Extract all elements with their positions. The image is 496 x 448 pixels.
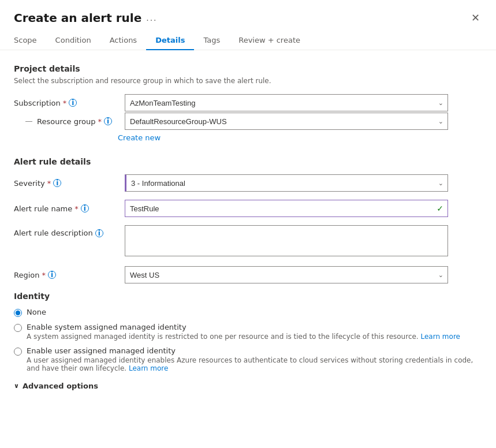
identity-user-row: Enable user assigned managed identity A … — [14, 346, 482, 372]
main-content: Project details Select the subscription … — [0, 50, 496, 400]
alert-rule-desc-textarea-wrap — [125, 225, 448, 258]
severity-label-group: Severity * i — [14, 179, 118, 188]
subscription-label-group: Subscription * i — [14, 99, 118, 107]
identity-user-label-wrap: Enable user assigned managed identity A … — [27, 346, 482, 372]
alert-rule-name-input[interactable] — [125, 200, 448, 217]
resource-group-dropdown-wrapper: DefaultResourceGroup-WUS ⌄ — [125, 113, 448, 130]
resource-group-row: Resource group * i DefaultResourceGroup-… — [14, 113, 482, 130]
resource-group-label: Resource group — [37, 117, 96, 126]
identity-system-row: Enable system assigned managed identity … — [14, 323, 482, 341]
identity-none-radio[interactable] — [14, 309, 22, 317]
identity-system-desc: A system assigned managed identity is re… — [27, 333, 460, 341]
subscription-select-wrap: AzMonTeamTesting ⌄ — [125, 94, 448, 111]
region-select-wrap: East US West US North Europe West Europe… — [125, 266, 448, 283]
identity-user-learn-more[interactable]: Learn more — [129, 364, 168, 372]
tab-review-create[interactable]: Review + create — [229, 31, 309, 50]
alert-rule-name-label-group: Alert rule name * i — [14, 204, 118, 213]
identity-system-learn-more[interactable]: Learn more — [421, 333, 460, 341]
resource-group-select-wrap: DefaultResourceGroup-WUS ⌄ — [125, 113, 448, 130]
identity-system-radio[interactable] — [14, 324, 22, 332]
subscription-dropdown-wrapper: AzMonTeamTesting ⌄ — [125, 94, 448, 111]
severity-required: * — [47, 179, 51, 188]
identity-system-label: Enable system assigned managed identity — [27, 323, 460, 331]
resource-group-required: * — [98, 117, 102, 126]
identity-user-radio[interactable] — [14, 348, 22, 356]
alert-rule-desc-label-group: Alert rule description i — [14, 229, 118, 237]
severity-info-icon[interactable]: i — [53, 179, 61, 187]
resource-group-select[interactable]: DefaultResourceGroup-WUS — [125, 113, 448, 130]
region-select[interactable]: East US West US North Europe West Europe — [125, 266, 448, 283]
alert-rule-details-section: Alert rule details — [14, 157, 482, 166]
alert-rule-desc-label: Alert rule description — [14, 229, 93, 237]
identity-none-label-wrap: None — [27, 308, 46, 316]
severity-dropdown-wrapper: 0 - Critical 1 - Error 2 - Warning 3 - I… — [125, 174, 448, 192]
modal-title-ellipsis: ... — [146, 13, 157, 23]
severity-select[interactable]: 0 - Critical 1 - Error 2 - Warning 3 - I… — [125, 174, 448, 192]
alert-rule-desc-textarea[interactable] — [125, 225, 448, 256]
alert-rule-desc-info-icon[interactable]: i — [95, 229, 103, 237]
tab-condition[interactable]: Condition — [46, 31, 100, 50]
alert-rule-name-input-with-check: ✓ — [125, 200, 448, 217]
region-info-icon[interactable]: i — [48, 271, 56, 279]
project-details-desc: Select the subscription and resource gro… — [14, 77, 482, 85]
identity-none-row: None — [14, 308, 482, 317]
alert-rule-name-info-icon[interactable]: i — [81, 204, 89, 212]
project-details-section: Project details Select the subscription … — [14, 64, 482, 147]
tab-tags[interactable]: Tags — [194, 31, 229, 50]
severity-row: Severity * i 0 - Critical 1 - Error 2 - … — [14, 174, 482, 192]
tab-details[interactable]: Details — [146, 31, 194, 50]
close-button[interactable]: ✕ — [469, 9, 482, 27]
region-row: Region * i East US West US North Europe … — [14, 266, 482, 283]
severity-label: Severity — [14, 179, 45, 188]
alert-rule-details-title: Alert rule details — [14, 157, 482, 166]
alert-rule-name-label: Alert rule name — [14, 204, 72, 213]
modal-title-group: Create an alert rule ... — [14, 11, 158, 25]
resource-group-info-icon[interactable]: i — [104, 117, 112, 125]
advanced-options-toggle[interactable]: ∨ Advanced options — [14, 382, 482, 390]
modal-container: Create an alert rule ... ✕ Scope Conditi… — [0, 0, 496, 448]
close-icon: ✕ — [471, 12, 480, 24]
subscription-label: Subscription — [14, 99, 61, 107]
identity-user-label: Enable user assigned managed identity — [27, 346, 482, 355]
resource-group-label-group: Resource group * i — [14, 117, 118, 126]
severity-select-wrap: 0 - Critical 1 - Error 2 - Warning 3 - I… — [125, 174, 448, 192]
subscription-required: * — [63, 99, 67, 107]
tab-actions[interactable]: Actions — [100, 31, 147, 50]
tabs-bar: Scope Condition Actions Details Tags Rev… — [0, 31, 496, 50]
identity-title: Identity — [14, 292, 482, 301]
modal-header: Create an alert rule ... ✕ — [0, 0, 496, 31]
create-new-link[interactable]: Create new — [118, 133, 161, 142]
alert-rule-name-row: Alert rule name * i ✓ — [14, 200, 482, 217]
region-label: Region — [14, 271, 40, 279]
modal-title-text: Create an alert rule — [14, 11, 141, 25]
identity-user-desc: A user assigned managed identity enables… — [27, 356, 482, 372]
project-details-title: Project details — [14, 64, 482, 73]
identity-system-label-wrap: Enable system assigned managed identity … — [27, 323, 460, 341]
tab-scope[interactable]: Scope — [14, 31, 46, 50]
alert-rule-name-input-wrap: ✓ — [125, 200, 448, 217]
alert-rule-name-required: * — [74, 204, 79, 213]
advanced-options-label: Advanced options — [23, 382, 98, 390]
region-required: * — [42, 271, 46, 279]
identity-none-label: None — [27, 308, 46, 316]
alert-rule-desc-row: Alert rule description i — [14, 225, 482, 258]
alert-rule-name-check-icon: ✓ — [437, 204, 443, 213]
subscription-select[interactable]: AzMonTeamTesting — [125, 94, 448, 111]
subscription-row: Subscription * i AzMonTeamTesting ⌄ — [14, 94, 482, 111]
region-label-group: Region * i — [14, 271, 118, 279]
identity-section: Identity None Enable system assigned man… — [14, 292, 482, 372]
subscription-info-icon[interactable]: i — [69, 99, 77, 107]
region-dropdown-wrapper: East US West US North Europe West Europe… — [125, 266, 448, 283]
advanced-options-chevron-icon: ∨ — [14, 382, 19, 390]
